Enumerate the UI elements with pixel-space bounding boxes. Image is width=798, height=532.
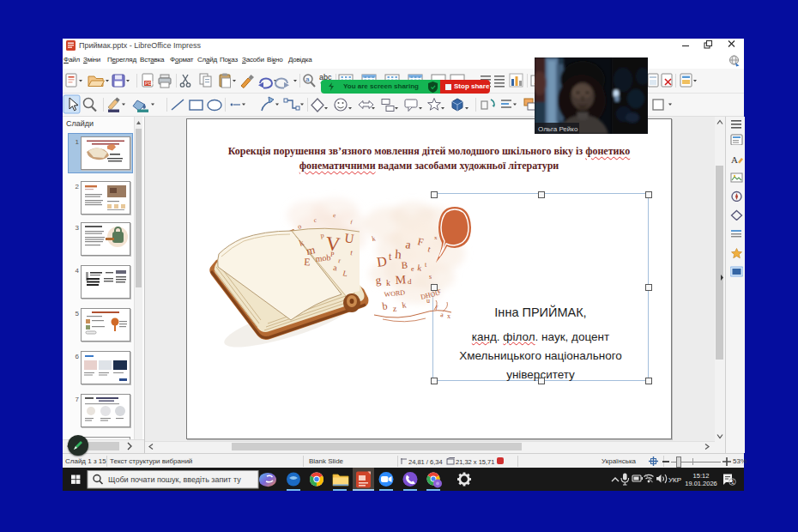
svg-text:УКР: УКР [668, 476, 681, 484]
svg-text:b: b [381, 299, 388, 312]
svg-text:D: D [376, 254, 388, 269]
svg-text:k: k [386, 278, 390, 287]
svg-text:u: u [426, 297, 430, 305]
svg-text:Ольга Рейко: Ольга Рейко [538, 125, 578, 133]
svg-text:M: M [395, 273, 407, 287]
svg-text:15:12: 15:12 [693, 472, 710, 480]
svg-text:e: e [333, 212, 336, 219]
svg-text:c: c [438, 287, 441, 294]
svg-text:B: B [401, 260, 408, 270]
svg-text:a: a [305, 76, 310, 83]
svg-text:1: 1 [731, 479, 735, 485]
svg-text:e: e [411, 265, 414, 273]
svg-text:A: A [731, 154, 738, 164]
svg-text:Щоби почати пошук, введіть зап: Щоби почати пошук, введіть запит ту [108, 475, 241, 484]
svg-text:19.01.2026: 19.01.2026 [685, 480, 717, 487]
svg-text:PDF: PDF [145, 81, 155, 86]
svg-text:z: z [392, 304, 397, 313]
svg-text:x: x [434, 234, 438, 241]
svg-text:V: V [324, 233, 342, 256]
svg-text:s: s [429, 273, 432, 281]
svg-text:E: E [304, 256, 311, 268]
svg-text:d: d [408, 277, 412, 286]
